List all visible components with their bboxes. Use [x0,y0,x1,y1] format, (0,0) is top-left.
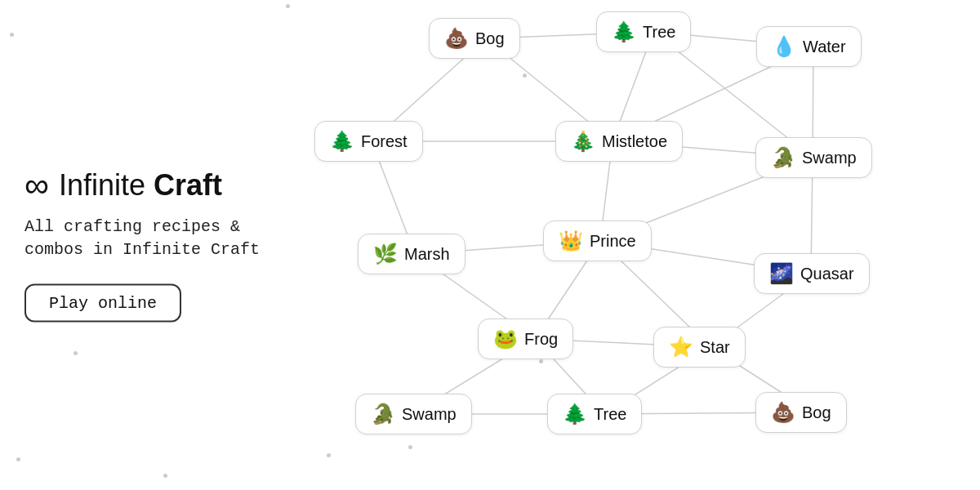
decorative-dot [408,445,412,449]
node-label: Bog [802,403,831,422]
node-label: Forest [361,132,408,151]
node-emoji: 🐊 [771,146,795,169]
node-label: Frog [524,330,558,349]
node-label: Prince [590,232,636,251]
node-label: Water [803,38,846,56]
node-emoji: 👑 [559,229,583,252]
node-label: Marsh [404,245,450,264]
craft-node-mistletoe[interactable]: 🎄Mistletoe [555,121,683,162]
node-emoji: 🌲 [563,403,587,425]
infinity-icon: ∞ [24,168,49,203]
logo-row: ∞ Infinite Craft [24,168,270,203]
craft-node-star[interactable]: ⭐Star [653,327,746,368]
subtitle: All crafting recipes & combos in Infinit… [24,216,270,261]
node-emoji: 🌲 [612,20,636,43]
node-emoji: 🌲 [330,130,354,153]
decorative-dot [16,457,20,461]
node-emoji: 💩 [444,27,469,50]
craft-node-frog[interactable]: 🐸Frog [478,318,573,359]
craft-node-water[interactable]: 💧Water [756,26,862,67]
node-emoji: ⭐ [669,336,693,359]
decorative-dot [539,359,543,363]
craft-node-forest[interactable]: 🌲Forest [314,121,423,162]
craft-node-swamp1[interactable]: 🐊Swamp [755,137,872,178]
network-area: 💩Bog🌲Tree💧Water🌲Forest🎄Mistletoe🐊Swamp🌿M… [302,0,980,490]
node-emoji: 🌌 [769,262,794,285]
logo-text: Infinite Craft [59,168,222,203]
decorative-dot [327,453,331,457]
node-label: Bog [475,29,505,48]
logo-text-normal: Infinite [59,168,154,202]
node-emoji: 💧 [772,35,796,58]
decorative-dot [10,33,14,37]
craft-node-bog1[interactable]: 💩Bog [429,18,520,59]
node-label: Mistletoe [602,132,667,151]
decorative-dot [523,74,527,78]
decorative-dot [74,351,78,355]
node-label: Tree [594,405,626,424]
craft-node-swamp2[interactable]: 🐊Swamp [355,394,472,434]
node-label: Tree [643,23,675,42]
craft-node-tree1[interactable]: 🌲Tree [596,11,691,52]
node-emoji: 🎄 [571,130,595,153]
node-label: Swamp [402,405,457,424]
node-label: Quasar [800,265,854,283]
left-panel: ∞ Infinite Craft All crafting recipes & … [24,168,270,323]
decorative-dot [163,474,167,478]
logo-text-bold: Craft [154,168,222,202]
craft-node-prince[interactable]: 👑Prince [543,220,652,261]
play-online-button[interactable]: Play online [24,284,181,323]
node-emoji: 🐸 [493,327,518,350]
node-emoji: 🐊 [371,403,395,425]
craft-node-bog2[interactable]: 💩Bog [755,392,847,433]
craft-node-quasar[interactable]: 🌌Quasar [754,253,870,294]
node-label: Star [700,338,730,357]
node-emoji: 💩 [771,401,795,424]
decorative-dot [286,4,290,8]
node-label: Swamp [802,149,857,167]
craft-node-tree2[interactable]: 🌲Tree [547,394,642,434]
craft-node-marsh[interactable]: 🌿Marsh [358,234,466,274]
node-emoji: 🌿 [373,243,398,265]
